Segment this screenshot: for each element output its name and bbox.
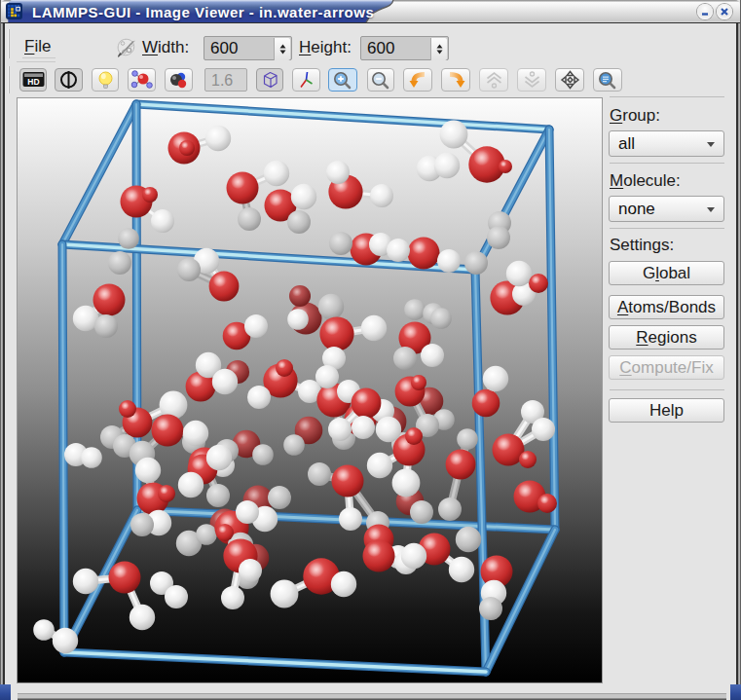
svg-text:HD: HD [27, 77, 39, 87]
